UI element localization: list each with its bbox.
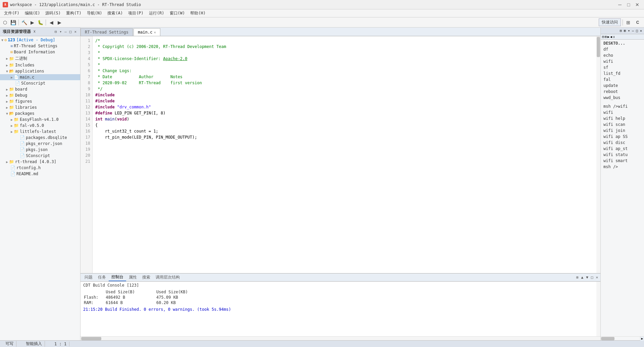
right-tb-3[interactable]: ▶ [607, 35, 609, 39]
right-item-sf[interactable]: sf [601, 64, 644, 70]
right-item-df[interactable]: df [601, 46, 644, 52]
left-panel-close[interactable]: ✕ [73, 29, 77, 34]
bottom-tab-problems[interactable]: 问题 [82, 274, 95, 281]
bottom-panel-close[interactable]: ✕ [595, 275, 599, 280]
tree-item-pkgs-error[interactable]: 📄pkgs_error.json [0, 141, 80, 147]
right-tb-2[interactable]: ⊞ [605, 35, 607, 39]
console-scrollbar-h[interactable] [80, 336, 600, 340]
right-tb-4[interactable]: ◀ [610, 35, 612, 39]
toolbar-run[interactable]: ▶ [29, 19, 36, 26]
toolbar-save[interactable]: 💾 [9, 19, 17, 26]
bottom-panel-btn-1[interactable]: ⊞ [575, 275, 580, 280]
menu-item-f[interactable]: 文件(F) [1, 10, 22, 17]
tab-main-c-tab[interactable]: main.c ✕ [133, 28, 160, 36]
tree-item-fal[interactable]: ▶ 📁fal-v0.5.0 [0, 122, 80, 129]
menu-item-r[interactable]: 运行(R) [146, 10, 167, 17]
right-item-echo[interactable]: echo [601, 52, 644, 58]
tree-item-littlefs[interactable]: ▶ 📁littlefs-latest [0, 129, 80, 135]
right-item-desktop[interactable]: DESKTO... [601, 40, 644, 46]
toolbar-c[interactable]: C [633, 19, 643, 26]
menu-item-e[interactable]: 编辑(E) [22, 10, 43, 17]
menu-item-n[interactable]: 导航(N) [84, 10, 105, 17]
console-scrollbar[interactable] [596, 282, 600, 336]
menu-item-w[interactable]: 窗口(W) [167, 10, 188, 17]
tree-item-sconscript1[interactable]: 📄SConscript [0, 80, 80, 86]
right-tb-1[interactable]: ⊟ [602, 35, 604, 39]
tree-item-sconscript2[interactable]: 📄SConscript [0, 153, 80, 159]
menu-item-p[interactable]: 项目(P) [125, 10, 146, 17]
right-panel-btn4[interactable]: — [631, 29, 635, 33]
right-item-wifi-smart[interactable]: wifi smart [601, 158, 644, 164]
tree-item-includes[interactable]: ▶ 📁Includes [0, 62, 80, 68]
right-tb-5[interactable]: ↕ [613, 35, 615, 39]
right-item-wifi-scan[interactable]: wifi scan [601, 121, 644, 128]
toolbar-new[interactable]: ⬡ [1, 19, 9, 26]
tree-item-binary[interactable]: ▶ 📁二进制 [0, 55, 80, 62]
tree-item-pkgs-json[interactable]: 📄pkgs.json [0, 147, 80, 153]
menu-item-h[interactable]: 帮助(H) [187, 10, 208, 17]
tree-item-rt-settings[interactable]: ≡RT-Thread Settings [0, 43, 80, 49]
menu-item-a[interactable]: 搜索(A) [105, 10, 125, 17]
tree-item-applications[interactable]: ▼ 📂applications [0, 68, 80, 74]
right-item-fal[interactable]: fal [601, 77, 644, 83]
tree-item-packages[interactable]: ▼ 📂packages [0, 110, 80, 116]
left-panel-max[interactable]: □ [68, 29, 73, 34]
tree-item-board[interactable]: ▶ 📁board [0, 86, 80, 92]
menu-item-t[interactable]: 重构(T) [63, 10, 84, 17]
tab-close-main-c-tab[interactable]: ✕ [154, 30, 156, 35]
right-item-msh2[interactable]: msh /> [601, 164, 644, 170]
code-editor[interactable]: 123456789101112131415161718192021 /* * C… [80, 36, 600, 273]
close-button[interactable]: ✕ [633, 1, 641, 8]
right-panel-btn2[interactable]: ⊞ [623, 29, 627, 33]
right-panel-btn6[interactable]: ✕ [639, 29, 643, 33]
left-panel-min[interactable]: — [63, 29, 68, 34]
left-panel-collapse[interactable]: ⊟ [54, 29, 58, 34]
right-item-wifi2[interactable]: wifi [601, 109, 644, 115]
tree-item-root[interactable]: ▼ ⚙123 [Active - Debug] [0, 37, 80, 43]
right-item-wifi-join[interactable]: wifi join [601, 128, 644, 134]
tree-item-readme[interactable]: 📄README.md [0, 171, 80, 177]
left-panel-menu[interactable]: ▾ [59, 29, 63, 34]
right-item-wifi-help[interactable]: wifi help [601, 115, 644, 121]
right-item-wifi-disc[interactable]: wifi disc [601, 140, 644, 146]
right-item-wifi-ap-st[interactable]: wifi ap_st [601, 146, 644, 152]
right-item-wwd-bus[interactable]: wwd_bus [601, 95, 644, 101]
tree-item-libraries[interactable]: ▶ 📁libraries [0, 104, 80, 110]
bottom-panel-btn-4[interactable]: □ [590, 275, 594, 280]
toolbar-back[interactable]: ◀ [48, 19, 55, 26]
menu-item-s[interactable]: 源码(S) [43, 10, 63, 17]
minimize-button[interactable]: ─ [616, 1, 624, 8]
right-item-wifi-statu[interactable]: wifi statu [601, 152, 644, 158]
bottom-tab-search[interactable]: 搜索 [140, 274, 153, 281]
maximize-button[interactable]: □ [625, 1, 633, 8]
tree-item-easyflash[interactable]: ▶ 📁EasyFlash-v4.1.0 [0, 116, 80, 122]
tree-item-pkgs-db[interactable]: 📄packages.dbsqlite [0, 135, 80, 141]
right-panel-btn5[interactable]: □ [635, 29, 639, 33]
tree-item-board-info[interactable]: ⊞Board Information [0, 49, 80, 55]
tab-rt-settings-tab[interactable]: RT-Thread Settings [80, 28, 133, 36]
tree-item-rt-thread[interactable]: ▶ 📁rt-thread [4.0.3] [0, 159, 80, 165]
right-item-list-fd[interactable]: list_fd [601, 70, 644, 77]
right-item-wifi-ap-ss[interactable]: wifi ap SS [601, 134, 644, 140]
toolbar-forward[interactable]: ▶ [56, 19, 63, 26]
bottom-tab-console[interactable]: 控制台 [109, 274, 126, 281]
right-item-reboot[interactable]: reboot [601, 89, 644, 95]
toolbar-build[interactable]: 🔨 [20, 19, 28, 26]
toolbar-perspective[interactable]: ⊞ [625, 19, 632, 26]
code-content[interactable]: /* * Copyright (c) 2006-2020, RT-Thread … [93, 36, 596, 273]
editor-scrollbar-v[interactable] [596, 36, 600, 273]
tree-item-figures[interactable]: ▶ 📁figures [0, 98, 80, 104]
right-item-wifi[interactable]: wifi [601, 58, 644, 64]
bottom-panel-btn-3[interactable]: ▼ [585, 275, 589, 280]
bottom-tab-tasks[interactable]: 任务 [95, 274, 109, 281]
right-item-msh-wifi[interactable]: msh />wifi [601, 103, 644, 109]
right-panel-btn3[interactable]: ▾ [627, 29, 631, 33]
quick-access-button[interactable]: 快速访问 [599, 18, 621, 26]
bottom-tab-callhierarchy[interactable]: 调用层次结构 [153, 274, 182, 281]
right-item-update[interactable]: update [601, 83, 644, 89]
tree-item-debug[interactable]: ▶ 📁Debug [0, 92, 80, 98]
tree-item-rtconfig[interactable]: 📄rtconfig.h [0, 165, 80, 171]
tree-item-main-c[interactable]: ▶ 📄main.c [0, 74, 80, 80]
bottom-panel-btn-2[interactable]: ▲ [580, 275, 585, 280]
bottom-tab-properties[interactable]: 属性 [126, 274, 140, 281]
